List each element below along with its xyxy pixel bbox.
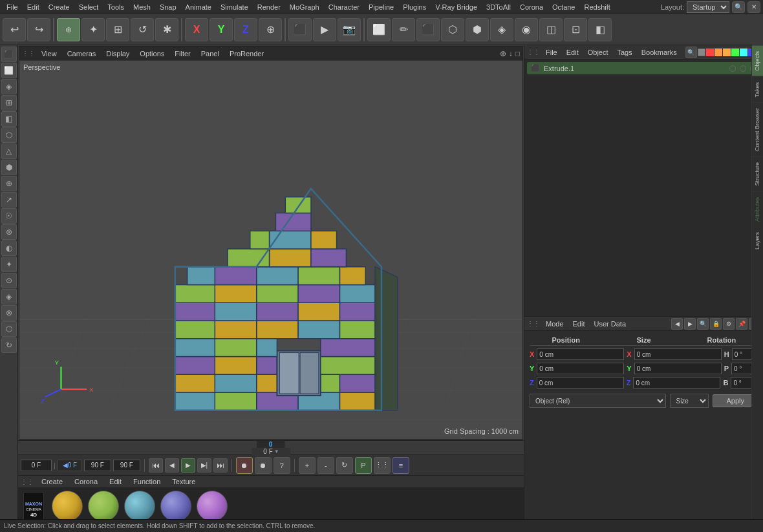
sidebar-btn-14[interactable]: ✦ (1, 257, 17, 272)
sidebar-btn-15[interactable]: ⊙ (1, 273, 17, 288)
tab-layers[interactable]: Layers (752, 227, 763, 255)
cube-button[interactable]: ⬜ (367, 18, 391, 41)
vp-icon-2[interactable]: ↓ (509, 49, 513, 58)
vp-icon-1[interactable]: ⊕ (500, 49, 506, 58)
next-frame-button[interactable]: ▶| (197, 458, 211, 473)
record-keyframe-button[interactable]: ⏺ (236, 457, 253, 474)
vp-menu-display[interactable]: Display (102, 49, 133, 58)
sidebar-btn-10[interactable]: ↗ (1, 192, 17, 207)
sidebar-btn-17[interactable]: ⊗ (1, 305, 17, 321)
size-x-input[interactable] (634, 348, 722, 360)
undo-button[interactable]: ↩ (3, 18, 26, 41)
transform-button[interactable]: ✱ (155, 18, 178, 41)
menu-file[interactable]: File (3, 2, 22, 12)
remove-keyframe-button[interactable]: - (317, 457, 334, 474)
go-start-button[interactable]: ⏮ (149, 458, 163, 473)
vp-menu-cameras[interactable]: Cameras (63, 49, 100, 58)
snap-button[interactable]: ⊡ (564, 18, 587, 41)
pos-x-input[interactable] (537, 348, 624, 360)
live-selection-button[interactable]: ⊕ (57, 18, 80, 41)
sidebar-btn-19[interactable]: ↻ (1, 337, 17, 353)
sidebar-btn-8[interactable]: ⬢ (1, 160, 17, 175)
viewport-3d[interactable]: X Y Z Perspective Grid Spacing : 1000 cm (19, 61, 522, 439)
mat-menu-texture[interactable]: Texture (168, 477, 199, 486)
sidebar-btn-2[interactable]: ⬜ (1, 63, 17, 78)
prev-frame-button[interactable]: ◀ (165, 458, 179, 473)
menu-create[interactable]: Create (45, 2, 74, 12)
tab-takes[interactable]: Takes (752, 76, 763, 103)
vp-menu-panel[interactable]: Panel (197, 49, 223, 58)
sphere-button[interactable]: ⬛ (416, 18, 440, 41)
coord-type-select[interactable]: Object (Rel) (530, 394, 666, 408)
menu-edit[interactable]: Edit (23, 2, 43, 12)
frame-start-input[interactable] (58, 460, 82, 471)
sidebar-btn-7[interactable]: △ (1, 144, 17, 159)
obj-menu-file[interactable]: File (543, 48, 561, 57)
sidebar-btn-11[interactable]: ☉ (1, 208, 17, 224)
camera-add-button[interactable]: ◫ (539, 18, 563, 41)
spline-button[interactable]: ✏ (392, 18, 415, 41)
vp-icon-3[interactable]: □ (515, 49, 520, 58)
sidebar-btn-6[interactable]: ⬡ (1, 127, 17, 143)
rotate-button[interactable]: ↺ (131, 18, 154, 41)
attr-menu-userdata[interactable]: User Data (591, 319, 630, 328)
mograph-button[interactable]: ⬢ (466, 18, 489, 41)
menu-octane[interactable]: Octane (548, 2, 579, 12)
menu-tools[interactable]: Tools (103, 2, 128, 12)
loop-button[interactable]: ↻ (336, 457, 353, 474)
pos-z-input[interactable] (537, 377, 624, 388)
attr-back-button[interactable]: ◀ (671, 318, 683, 330)
go-end-button[interactable]: ⏭ (213, 458, 228, 473)
x-axis-button[interactable]: X (185, 18, 208, 41)
size-type-select[interactable]: Size (670, 394, 709, 408)
scale-button[interactable]: ⊞ (106, 18, 129, 41)
obj-menu-edit[interactable]: Edit (563, 48, 582, 57)
world-space-button[interactable]: ⊕ (259, 18, 282, 41)
mat-menu-corona[interactable]: Corona (70, 477, 102, 486)
dots-button[interactable]: ⋮⋮ (374, 457, 391, 474)
materials-button[interactable]: ◈ (490, 18, 513, 41)
vp-menu-filter[interactable]: Filter (171, 49, 194, 58)
y-axis-button[interactable]: Y (210, 18, 233, 41)
obj-visibility-dot-2[interactable] (740, 65, 746, 72)
close-app-button[interactable]: ✕ (747, 1, 760, 13)
extrude-object-row[interactable]: ⬛ Extrude.1 (527, 62, 760, 74)
timeline-toggle-button[interactable]: ≡ (392, 457, 409, 474)
obj-visibility-dot-1[interactable] (729, 65, 736, 72)
obj-swatch-orange[interactable] (715, 48, 722, 56)
sidebar-btn-1[interactable]: ⬛ (1, 47, 17, 62)
menu-3dtoall[interactable]: 3DToAll (482, 2, 515, 12)
tab-structure[interactable]: Structure (752, 156, 763, 191)
sidebar-btn-16[interactable]: ◈ (1, 289, 17, 304)
deform-button[interactable]: ⬡ (441, 18, 464, 41)
obj-menu-tags[interactable]: Tags (614, 48, 636, 57)
add-keyframe-button[interactable]: + (299, 457, 316, 474)
obj-swatch-yellow[interactable] (723, 48, 731, 56)
obj-menu-bookmarks[interactable]: Bookmarks (638, 48, 680, 57)
frame-dropdown-icon[interactable]: ▼ (274, 449, 279, 454)
menu-mograph[interactable]: MoGraph (286, 2, 323, 12)
move-button[interactable]: ✦ (81, 18, 105, 41)
obj-icon-search[interactable]: 🔍 (685, 47, 697, 58)
size-y-input[interactable] (634, 363, 722, 374)
camera-button[interactable]: 📷 (338, 18, 361, 41)
frame-input[interactable] (21, 460, 52, 471)
sidebar-btn-12[interactable]: ⊛ (1, 224, 17, 240)
menu-render[interactable]: Render (253, 2, 285, 12)
menu-corona[interactable]: Corona (516, 2, 547, 12)
menu-redshift[interactable]: Redshift (580, 2, 614, 12)
playback-button[interactable]: ▶ (313, 18, 336, 41)
attr-settings-button[interactable]: ⚙ (723, 318, 735, 330)
menu-snap[interactable]: Snap (156, 2, 180, 12)
attr-menu-edit[interactable]: Edit (570, 319, 588, 328)
record-button[interactable]: ⬛ (288, 18, 312, 41)
menu-plugins[interactable]: Plugins (399, 2, 430, 12)
mat-menu-edit[interactable]: Edit (105, 477, 125, 486)
frame-fps-input[interactable] (84, 460, 111, 471)
sidebar-btn-4[interactable]: ⊞ (1, 95, 17, 111)
auto-keyframe-button[interactable]: ⏺ (255, 457, 272, 474)
attr-search-button[interactable]: 🔍 (697, 318, 709, 330)
attr-pin-button[interactable]: 📌 (736, 318, 747, 330)
sidebar-btn-5[interactable]: ◧ (1, 111, 17, 127)
menu-mesh[interactable]: Mesh (129, 2, 155, 12)
